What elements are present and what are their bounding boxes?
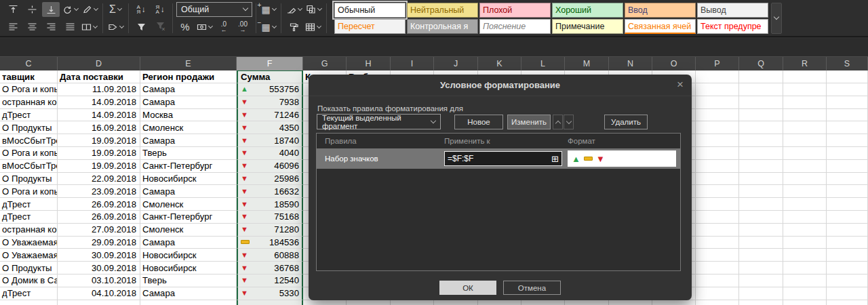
empty-cell[interactable] <box>827 121 868 134</box>
empty-cell[interactable] <box>783 262 827 274</box>
column-header-G[interactable]: G <box>303 57 347 71</box>
empty-cell[interactable] <box>739 287 783 300</box>
cell-supplier[interactable]: О Рога и копы <box>0 147 58 160</box>
empty-cell[interactable] <box>521 300 565 305</box>
empty-cell[interactable] <box>783 287 827 300</box>
cell-date[interactable]: 22.09.2018 <box>58 173 140 186</box>
cell-region[interactable]: Самара <box>140 237 237 249</box>
cell-date[interactable]: 29.09.2018 <box>58 237 140 249</box>
cell-amount[interactable]: ▼60888 <box>237 249 303 262</box>
cell-supplier[interactable]: дТрест <box>0 198 58 211</box>
cell-date[interactable]: 04.10.2018 <box>58 287 140 300</box>
empty-cell[interactable] <box>783 249 827 262</box>
justify-icon[interactable] <box>61 20 79 35</box>
cancel-button[interactable]: Отмена <box>503 281 561 295</box>
empty-cell[interactable] <box>783 109 827 122</box>
empty-cell[interactable] <box>696 211 739 224</box>
cell-style-item[interactable]: Текст предупре <box>697 19 768 34</box>
cell-style-item[interactable]: Контрольная я <box>407 19 478 34</box>
cell-date[interactable]: 03.10.2018 <box>58 274 140 287</box>
empty-cell[interactable] <box>827 96 868 109</box>
empty-cell[interactable] <box>783 224 827 237</box>
empty-cell[interactable] <box>696 83 739 96</box>
column-header-L[interactable]: L <box>521 57 565 71</box>
empty-cell[interactable] <box>739 173 783 186</box>
delete-cells-icon[interactable]: ▦− <box>260 20 277 35</box>
header-cell-supplier[interactable]: тавщик <box>0 70 58 83</box>
cell-amount[interactable]: ▼36768 <box>237 262 303 274</box>
empty-cell[interactable] <box>58 300 140 305</box>
empty-cell[interactable] <box>827 262 868 274</box>
ok-button[interactable]: ОК <box>439 281 496 295</box>
empty-cell[interactable] <box>565 300 609 305</box>
column-header-F[interactable]: F <box>237 57 303 71</box>
empty-cell[interactable] <box>696 287 739 300</box>
empty-cell[interactable] <box>783 134 827 147</box>
cell-amount[interactable]: ▼4350 <box>237 121 303 134</box>
empty-cell[interactable] <box>696 274 739 287</box>
column-header-R[interactable]: R <box>783 57 827 71</box>
cell-amount[interactable]: ▼75168 <box>237 211 303 224</box>
empty-cell[interactable] <box>303 300 347 305</box>
cell-supplier[interactable]: дТрест <box>0 287 58 300</box>
borders-table-icon[interactable] <box>304 20 322 35</box>
empty-cell[interactable] <box>783 70 827 83</box>
cell-amount[interactable]: ▼4040 <box>237 147 303 160</box>
column-header-K[interactable]: K <box>478 57 521 71</box>
empty-cell[interactable] <box>827 224 868 237</box>
empty-cell[interactable] <box>696 300 739 305</box>
empty-cell[interactable] <box>783 198 827 211</box>
header-cell-region[interactable]: Регион продажи <box>140 70 237 83</box>
cell-date[interactable]: 19.09.2018 <box>58 160 140 173</box>
cell-style-item[interactable]: Пояснение <box>479 19 551 34</box>
empty-cell[interactable] <box>783 237 827 249</box>
clear-icon[interactable] <box>285 2 303 17</box>
cell-region[interactable]: Санкт-Петербург <box>140 160 237 173</box>
cell-region[interactable]: Самара <box>140 96 237 109</box>
column-header-O[interactable]: O <box>652 57 696 71</box>
empty-cell[interactable] <box>652 300 696 305</box>
empty-cell[interactable] <box>783 300 827 305</box>
cell-supplier[interactable]: О Продукты <box>0 262 58 274</box>
sort-ascending-icon[interactable]: АЯ↓ <box>132 2 150 17</box>
column-header-M[interactable]: M <box>565 57 609 71</box>
cell-date[interactable]: 30.09.2018 <box>58 249 140 262</box>
column-header-C[interactable]: C <box>0 57 58 71</box>
cell-style-item[interactable]: Хороший <box>552 3 623 18</box>
empty-cell[interactable] <box>783 173 827 186</box>
cell-region[interactable]: Тверь <box>140 147 237 160</box>
cell-region[interactable]: Тверь <box>140 274 237 287</box>
empty-cell[interactable] <box>739 83 783 96</box>
empty-cell[interactable] <box>696 109 739 122</box>
format-painter-icon[interactable] <box>285 20 302 35</box>
empty-cell[interactable] <box>783 83 827 96</box>
empty-cell[interactable] <box>391 300 434 305</box>
empty-cell[interactable] <box>237 300 303 305</box>
align-bottom-icon[interactable] <box>42 2 60 17</box>
cell-region[interactable]: Москва <box>140 109 237 122</box>
rotate-text-icon[interactable] <box>61 2 79 17</box>
empty-cell[interactable] <box>696 262 739 274</box>
cell-supplier[interactable]: остранная ком <box>0 224 58 237</box>
empty-cell[interactable] <box>827 70 868 83</box>
empty-cell[interactable] <box>783 147 827 160</box>
empty-cell[interactable] <box>739 121 783 134</box>
empty-cell[interactable] <box>827 83 868 96</box>
empty-cell[interactable] <box>696 121 739 134</box>
cell-amount[interactable]: ▼7938 <box>237 96 303 109</box>
empty-cell[interactable] <box>827 147 868 160</box>
empty-cell[interactable] <box>827 274 868 287</box>
decrease-decimal-icon[interactable]: .0← <box>215 20 233 35</box>
cell-supplier[interactable]: О Уважаемая к <box>0 237 58 249</box>
empty-cell[interactable] <box>609 300 652 305</box>
align-center-icon[interactable] <box>23 20 41 35</box>
move-rule-up-button[interactable] <box>553 115 563 129</box>
cell-region[interactable]: Самара <box>140 134 237 147</box>
empty-cell[interactable] <box>739 211 783 224</box>
empty-cell[interactable] <box>696 160 739 173</box>
empty-cell[interactable] <box>739 70 783 83</box>
applies-to-range-input[interactable]: =$F:$F ⊞ <box>444 151 562 166</box>
empty-cell[interactable] <box>783 211 827 224</box>
empty-cell[interactable] <box>696 173 739 186</box>
insert-cells-icon[interactable]: ▦+ <box>260 2 277 17</box>
